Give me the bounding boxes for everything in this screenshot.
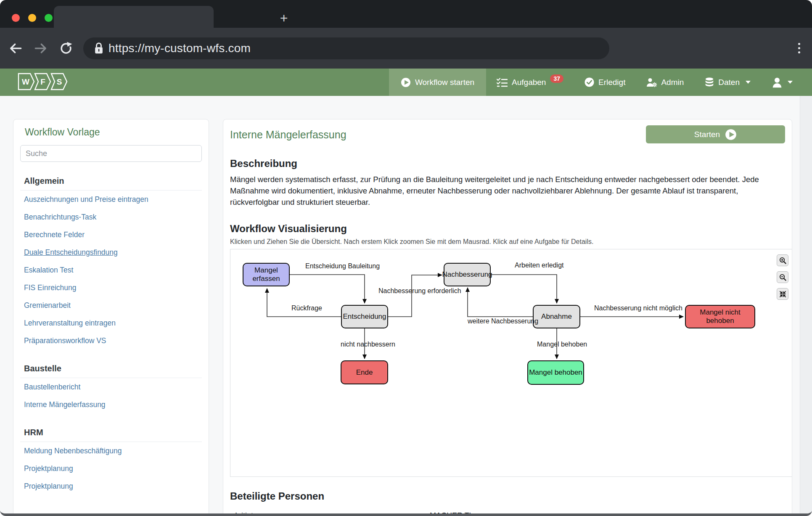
svg-text:W: W (22, 77, 29, 86)
forward-button[interactable] (31, 39, 50, 58)
edge-label: nicht nachbessern (341, 341, 395, 348)
sidebar-item[interactable]: Duale Entscheidungsfindung (20, 243, 202, 261)
visualization-hint: Klicken und Ziehen Sie die Übersicht. Na… (230, 238, 785, 246)
browser-tabbar: + (0, 0, 812, 28)
url-text: https://my-custom-wfs.com (108, 42, 251, 55)
workflow-diagram-canvas[interactable]: Mangel erfassen Entscheidung Nachbesseru… (230, 249, 792, 477)
new-tab-button[interactable]: + (278, 13, 290, 25)
nav-item-admin[interactable]: Admin (646, 78, 684, 87)
page-title: Interne Mängelerfassung (230, 129, 346, 141)
maximize-window-button[interactable] (45, 14, 53, 22)
reload-button[interactable] (56, 39, 76, 58)
browser-toolbar: https://my-custom-wfs.com (0, 28, 812, 69)
sidebar-item[interactable]: Eskalation Test (20, 261, 202, 279)
sidebar-item[interactable]: Benachrichtungs-Task (20, 208, 202, 226)
browser-tab[interactable] (54, 6, 214, 28)
forward-arrow-icon (34, 42, 48, 54)
search-input[interactable] (20, 145, 202, 162)
workflow-template-sidebar: Workflow Vorlage Allgemein Auszeichnunge… (13, 119, 209, 516)
edge-label: Nachbesserung nicht möglich (594, 304, 682, 312)
workflow-edges (230, 249, 792, 477)
sidebar-section-hrm: HRM Meldung Nebenbeschäftigung Projektpl… (20, 428, 202, 495)
edge-label: Nachbesserung erforderlich (378, 287, 461, 295)
sidebar-item-interne-maengelerfassung[interactable]: Interne Mängelerfassung (20, 396, 202, 413)
edge-label: Mangel behoben (537, 341, 587, 348)
play-circle-icon (401, 77, 411, 87)
wfs-logo[interactable]: W F S (18, 71, 69, 93)
play-circle-icon (725, 129, 737, 140)
description-heading: Beschreibung (230, 158, 785, 169)
check-circle-icon (585, 77, 594, 87)
browser-window: + https://my-custom-w (0, 0, 812, 516)
description-text: Mängel werden systematisch erfasst, zur … (230, 174, 785, 208)
lock-icon (93, 42, 104, 55)
edge-label: weitere Nachbesserung (468, 318, 538, 325)
sidebar-item[interactable]: FIS Einreichung (20, 279, 202, 296)
minimize-window-button[interactable] (28, 14, 36, 22)
workflow-detail-panel: Interne Mängelerfassung Starten Beschrei… (223, 119, 792, 516)
app-navbar: W F S Workflow starten (0, 69, 812, 96)
edge-label: Entscheidung Bauleitung (305, 262, 380, 270)
back-arrow-icon (8, 42, 23, 54)
aufgaben-count-badge: 37 (550, 74, 563, 83)
nav-item-erledigt[interactable]: Erledigt (585, 77, 625, 87)
workflow-node-mangel-erfassen[interactable]: Mangel erfassen (243, 263, 290, 286)
user-menu[interactable] (772, 77, 793, 88)
user-gear-icon (646, 78, 657, 87)
chevron-down-icon (788, 81, 793, 84)
sidebar-item[interactable]: Projektplanung (20, 477, 202, 495)
fit-view-button[interactable] (777, 288, 788, 300)
url-bar[interactable]: https://my-custom-wfs.com (83, 37, 609, 59)
workflow-node-nachbesserung[interactable]: Nachbesserung (444, 263, 491, 286)
page-scrollbar[interactable] (800, 96, 812, 513)
svg-text:S: S (57, 77, 62, 86)
edge-label: Arbeiten erledigt (515, 262, 564, 269)
person-name: MACHER Thomas (430, 511, 785, 516)
start-workflow-button[interactable]: Starten (646, 125, 785, 143)
zoom-out-button[interactable] (777, 271, 788, 283)
sidebar-item[interactable]: Berechnete Felder (20, 226, 202, 243)
person-role: Initiator (235, 511, 430, 516)
sidebar-section-allgemein: Allgemein Auszeichnungen und Preise eint… (20, 176, 202, 349)
window-controls (12, 14, 53, 22)
sidebar-item[interactable]: Präparationsworkflow VS (20, 332, 202, 349)
sidebar-item[interactable]: Gremienarbeit (20, 296, 202, 314)
workflow-node-abnahme[interactable]: Abnahme (533, 305, 580, 328)
workflow-node-entscheidung[interactable]: Entscheidung (341, 305, 388, 328)
compress-icon (779, 291, 786, 298)
main-header: Interne Mängelerfassung Starten (230, 125, 785, 143)
edge-label: Rückfrage (291, 304, 322, 312)
zoom-in-icon (779, 257, 786, 264)
sidebar-title: Workflow Vorlage (25, 127, 202, 138)
sidebar-item[interactable]: Projektplanung (20, 460, 202, 477)
workflow-node-mangel-behoben[interactable]: Mangel behoben (527, 360, 584, 385)
nav-item-aufgaben[interactable]: Aufgaben 37 (497, 78, 563, 87)
user-icon (772, 77, 783, 88)
sidebar-section-baustelle: Baustelle Baustellenbericht Interne Mäng… (20, 364, 202, 413)
workflow-node-mangel-nicht-behoben[interactable]: Mangel nicht behoben (685, 305, 755, 328)
svg-text:F: F (40, 77, 45, 86)
workflow-node-ende[interactable]: Ende (341, 360, 388, 384)
sidebar-item[interactable]: Meldung Nebenbeschäftigung (20, 442, 202, 460)
browser-menu-button[interactable] (798, 43, 800, 53)
persons-heading: Beteiligte Personen (230, 490, 785, 502)
back-button[interactable] (6, 39, 25, 58)
nav-item-daten[interactable]: Daten (705, 77, 751, 87)
close-window-button[interactable] (12, 14, 20, 22)
reload-icon (59, 42, 73, 55)
visualization-heading: Workflow Visualisierung (230, 223, 785, 235)
sidebar-item[interactable]: Baustellenbericht (20, 378, 202, 396)
database-icon (705, 77, 714, 87)
zoom-out-icon (779, 274, 786, 281)
chevron-down-icon (746, 81, 751, 84)
sidebar-item[interactable]: Lehrveranstaltung eintragen (20, 314, 202, 332)
nav-item-workflow-starten[interactable]: Workflow starten (389, 69, 486, 96)
page-content: Workflow Vorlage Allgemein Auszeichnunge… (0, 96, 812, 513)
person-row: Initiator MACHER Thomas (230, 511, 785, 516)
checklist-icon (497, 78, 508, 87)
sidebar-item[interactable]: Auszeichnungen und Preise eintragen (20, 191, 202, 208)
zoom-in-button[interactable] (777, 254, 788, 266)
